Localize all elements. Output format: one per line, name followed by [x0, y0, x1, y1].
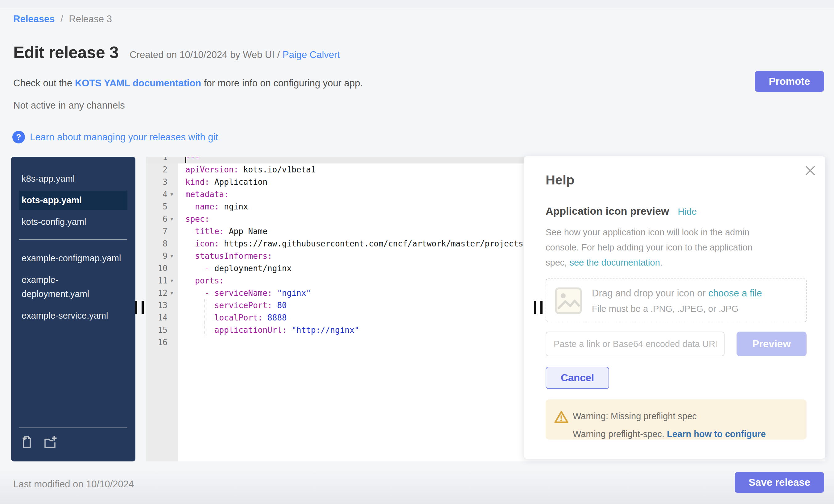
icon-dropzone[interactable]: Drag and drop your icon or choose a file… [546, 279, 807, 322]
file-item-example-service.yaml[interactable]: example-service.yaml [19, 306, 127, 325]
gutter-cell: 5 [146, 200, 178, 213]
gutter-cell: 2 [146, 163, 178, 176]
gutter-cell: 12▾ [146, 287, 178, 299]
close-icon[interactable] [804, 164, 817, 177]
see-documentation-link[interactable]: see the documentation [569, 258, 660, 267]
help-panel-resize-handle[interactable] [534, 301, 544, 314]
question-icon: ? [12, 131, 25, 144]
breadcrumb-releases-link[interactable]: Releases [13, 14, 54, 24]
icon-preview-section-title: Application icon preview [546, 205, 669, 217]
title-row: Edit release 3 Created on 10/10/2024 by … [13, 43, 340, 62]
channel-status: Not active in any channels [13, 100, 125, 111]
gutter-cell: 1 [146, 157, 178, 163]
gutter-cell: 16 [146, 336, 178, 349]
gutter-cell: 8 [146, 238, 178, 250]
gutter-cell: 15 [146, 324, 178, 336]
hide-link[interactable]: Hide [678, 206, 697, 217]
gutter-cell: 6▾ [146, 213, 178, 225]
fold-arrow-icon[interactable]: ▾ [168, 188, 176, 200]
warning-detail: Warning preflight-spec. Learn how to con… [573, 429, 766, 439]
icon-url-input[interactable] [546, 332, 725, 356]
help-panel-title: Help [546, 172, 574, 188]
preflight-warning-box: Warning: Missing preflight spec Warning … [546, 399, 807, 440]
sidebar-footer [19, 428, 127, 449]
subtitle: Check out the KOTS YAML documentation fo… [13, 78, 363, 89]
last-modified-label: Last modified on 10/10/2024 [13, 479, 134, 490]
subtitle-prefix: Check out the [13, 78, 75, 89]
created-author-link[interactable]: Paige Calvert [283, 49, 340, 60]
warning-icon [554, 411, 568, 425]
cancel-button[interactable]: Cancel [546, 367, 609, 389]
created-text: Created on 10/10/2024 by Web UI / [130, 49, 283, 60]
file-list: k8s-app.yamlkots-app.yamlkots-config.yam… [11, 169, 135, 325]
top-strip [0, 0, 834, 8]
created-info: Created on 10/10/2024 by Web UI / Paige … [130, 49, 340, 61]
edit-release-page: Releases / Release 3 Edit release 3 Crea… [0, 0, 834, 504]
fold-arrow-icon[interactable]: ▾ [168, 275, 176, 287]
fold-arrow-icon[interactable]: ▾ [168, 287, 176, 299]
fold-arrow-icon[interactable]: ▾ [168, 250, 176, 262]
git-help-link[interactable]: Learn about managing your releases with … [30, 132, 218, 143]
kots-yaml-doc-link[interactable]: KOTS YAML documentation [75, 78, 201, 89]
gutter-cell: 9▾ [146, 250, 178, 262]
gutter-cell: 13 [146, 299, 178, 311]
fold-arrow-icon[interactable]: ▾ [168, 213, 176, 225]
file-sidebar: k8s-app.yamlkots-app.yamlkots-config.yam… [11, 157, 135, 461]
gutter-cell: 3 [146, 176, 178, 188]
choose-file-link[interactable]: choose a file [708, 288, 762, 299]
add-file-icon[interactable] [19, 434, 34, 449]
file-item-k8s-app.yaml[interactable]: k8s-app.yaml [19, 169, 127, 188]
warning-title: Warning: Missing preflight spec [573, 411, 697, 421]
file-item-example-configmap.yaml[interactable]: example-configmap.yaml [19, 248, 127, 268]
gutter-cell: 10 [146, 262, 178, 275]
gutter-cell: 7 [146, 225, 178, 238]
add-folder-icon[interactable] [43, 434, 57, 449]
breadcrumb-separator: / [61, 14, 63, 24]
icon-preview-section-row: Application icon preview Hide [546, 205, 697, 217]
dropzone-requirements: File must be a .PNG, .JPEG, or .JPG [592, 304, 739, 314]
gutter-cell: 14 [146, 311, 178, 324]
file-item-kots-config.yaml[interactable]: kots-config.yaml [19, 212, 127, 231]
breadcrumb-current: Release 3 [69, 14, 112, 24]
warning-detail-text: Warning preflight-spec. [573, 429, 667, 439]
subtitle-suffix: for more info on configuring your app. [201, 78, 363, 89]
page-title: Edit release 3 [13, 43, 118, 62]
help-panel: Help Application icon preview Hide See h… [524, 156, 825, 459]
gutter-cell: 4▾ [146, 188, 178, 200]
image-placeholder-icon [555, 287, 582, 315]
save-release-button[interactable]: Save release [735, 472, 824, 493]
sidebar-divider [19, 239, 127, 240]
gutter-cell: 11▾ [146, 275, 178, 287]
description-period: . [660, 258, 662, 267]
promote-button[interactable]: Promote [755, 71, 824, 92]
dropzone-main-text: Drag and drop your icon or choose a file [592, 288, 762, 299]
git-help-row[interactable]: ? Learn about managing your releases wit… [12, 131, 218, 144]
icon-preview-description: See how your application icon will look … [546, 225, 771, 270]
dropzone-text: Drag and drop your icon or [592, 288, 708, 299]
file-item-kots-app.yaml[interactable]: kots-app.yaml [19, 191, 127, 210]
breadcrumb: Releases / Release 3 [13, 14, 112, 25]
file-item-example-deployment.yaml[interactable]: example-deployment.yaml [19, 270, 127, 304]
preview-button[interactable]: Preview [737, 332, 807, 356]
warning-configure-link[interactable]: Learn how to configure [667, 429, 766, 439]
sidebar-resize-handle[interactable] [135, 301, 145, 314]
